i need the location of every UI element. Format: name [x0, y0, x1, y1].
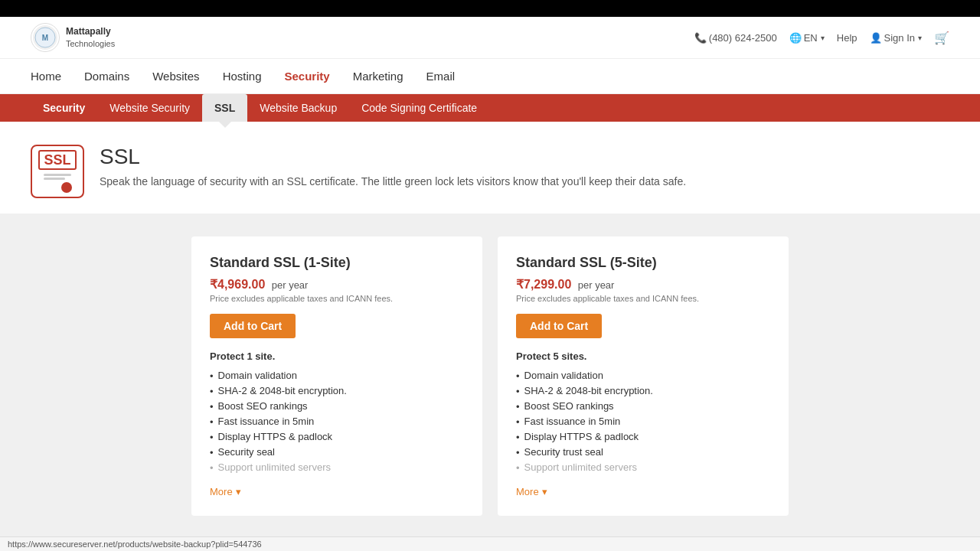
ssl-hero: SSL SSL Speak the language of security w…: [31, 145, 949, 198]
product-price: ₹7,299.00 per year: [516, 278, 614, 291]
protect-text: Protect 5 sites.: [516, 350, 770, 362]
nav-marketing[interactable]: Marketing: [353, 67, 403, 86]
feature-list: Domain validationSHA-2 & 2048-bit encryp…: [516, 368, 770, 475]
feature-item: Display HTTPS & padlock: [516, 429, 770, 445]
feature-item: Domain validation: [516, 368, 770, 383]
lang-chevron: ▾: [821, 34, 825, 42]
ssl-icon-lines: [44, 174, 71, 180]
feature-item: Boost SEO rankings: [516, 399, 770, 414]
more-chevron: ▾: [236, 486, 241, 497]
subnav-ssl-wrapper: SSL: [202, 94, 247, 122]
nav-websites[interactable]: Websites: [152, 67, 199, 86]
price-note: Price excludes applicable taxes and ICAN…: [516, 294, 770, 303]
signin-chevron: ▾: [918, 34, 922, 42]
price-note: Price excludes applicable taxes and ICAN…: [210, 294, 464, 303]
ssl-title-block: SSL Speak the language of security with …: [100, 145, 686, 190]
ssl-page-description: Speak the language of security with an S…: [100, 174, 686, 190]
nav-security[interactable]: Security: [284, 67, 329, 86]
price-period: per year: [578, 279, 615, 291]
svg-text:M: M: [42, 34, 48, 42]
ssl-icon-box: SSL: [31, 145, 84, 198]
nav-home[interactable]: Home: [31, 67, 61, 86]
help-link[interactable]: Help: [837, 32, 858, 44]
phone-number: (480) 624-2500: [709, 32, 777, 44]
products-grid: Standard SSL (1-Site) ₹4,969.00 per year…: [191, 236, 789, 516]
feature-item: Security trust seal: [516, 445, 770, 460]
ssl-page-title: SSL: [100, 145, 686, 169]
feature-item: Security seal: [210, 445, 464, 460]
subnav-security[interactable]: Security: [31, 94, 97, 122]
globe-icon: [789, 32, 802, 44]
logo-company-sub: Technologies: [66, 39, 115, 48]
more-button[interactable]: More ▾: [210, 486, 241, 497]
product-name: Standard SSL (5-Site): [516, 255, 770, 271]
product-card-standard-ssl-5: Standard SSL (5-Site) ₹7,299.00 per year…: [498, 236, 789, 516]
product-price-row: ₹4,969.00 per year: [210, 277, 464, 292]
nav-domains[interactable]: Domains: [84, 67, 129, 86]
logo-area: M Mattapally Technologies: [31, 23, 115, 52]
protect-text: Protect 1 site.: [210, 350, 464, 362]
subnav-ssl[interactable]: SSL: [202, 94, 247, 122]
header-right: (480) 624-2500 EN ▾ Help Sign In ▾: [694, 31, 949, 45]
subnav-website-security[interactable]: Website Security: [97, 94, 202, 122]
product-area: Standard SSL (1-Site) ₹4,969.00 per year…: [0, 214, 980, 539]
ssl-hero-section: SSL SSL Speak the language of security w…: [0, 122, 980, 214]
feature-item: Fast issuance in 5min: [516, 414, 770, 429]
nav-email[interactable]: Email: [426, 67, 456, 86]
ssl-icon-badge: [61, 182, 72, 193]
price-period: per year: [272, 279, 309, 291]
sign-in-link[interactable]: Sign In ▾: [870, 32, 922, 44]
feature-item: Fast issuance in 5min: [210, 414, 464, 429]
feature-item: SHA-2 & 2048-bit encryption.: [210, 383, 464, 399]
ssl-icon-label: SSL: [38, 150, 76, 170]
lang-label: EN: [804, 32, 818, 44]
main-navigation: Home Domains Websites Hosting Security M…: [0, 59, 980, 94]
sub-navigation: Security Website Security SSL Website Ba…: [0, 94, 980, 122]
cart-icon[interactable]: [934, 31, 949, 45]
subnav-code-signing[interactable]: Code Signing Certificate: [349, 94, 489, 122]
product-price-row: ₹7,299.00 per year: [516, 277, 770, 292]
sign-in-label: Sign In: [884, 32, 915, 44]
sub-nav-arrow: [219, 122, 231, 128]
logo-company-name: Mattapally: [66, 26, 111, 37]
feature-item: SHA-2 & 2048-bit encryption.: [516, 383, 770, 399]
top-black-bar: [0, 0, 980, 17]
product-card-standard-ssl-1: Standard SSL (1-Site) ₹4,969.00 per year…: [191, 236, 482, 516]
more-button[interactable]: More ▾: [516, 486, 547, 497]
feature-list: Domain validationSHA-2 & 2048-bit encryp…: [210, 368, 464, 475]
product-price: ₹4,969.00 per year: [210, 278, 308, 291]
feature-item: Display HTTPS & padlock: [210, 429, 464, 445]
add-to-cart-button[interactable]: Add to Cart: [210, 314, 296, 338]
feature-item: Domain validation: [210, 368, 464, 383]
product-name: Standard SSL (1-Site): [210, 255, 464, 271]
user-icon: [870, 32, 882, 44]
more-chevron: ▾: [542, 486, 547, 497]
phone-icon: [694, 32, 707, 44]
subnav-website-backup[interactable]: Website Backup: [247, 94, 349, 122]
feature-item: Support unlimited servers: [516, 460, 770, 475]
site-header: M Mattapally Technologies (480) 624-2500…: [0, 17, 980, 59]
logo-image: M: [31, 23, 60, 52]
nav-hosting[interactable]: Hosting: [223, 67, 262, 86]
status-bar: https://www.secureserver.net/products/we…: [0, 536, 980, 539]
language-selector[interactable]: EN ▾: [789, 32, 825, 44]
feature-item: Support unlimited servers: [210, 460, 464, 475]
add-to-cart-button[interactable]: Add to Cart: [516, 314, 602, 338]
phone-link[interactable]: (480) 624-2500: [694, 32, 777, 44]
feature-item: Boost SEO rankings: [210, 399, 464, 414]
